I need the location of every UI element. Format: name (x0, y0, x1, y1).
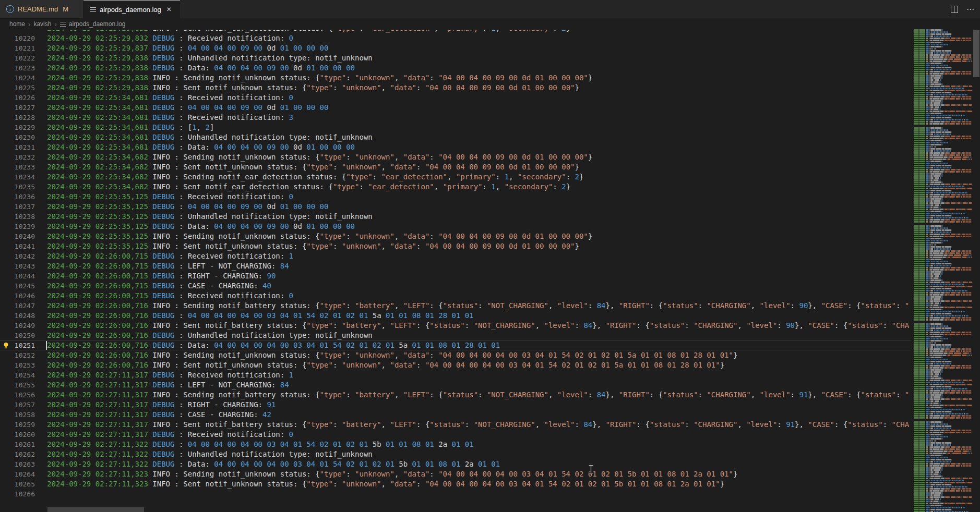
log-line[interactable]: 102442024-09-29 02:26:00,715 DEBUG : RIG… (0, 271, 911, 281)
log-line[interactable]: 102472024-09-29 02:26:00,716 INFO : Send… (0, 301, 911, 311)
log-line[interactable]: 102642024-09-29 02:27:11,323 INFO : Send… (0, 469, 911, 479)
tab-readme[interactable]: i README.md M (0, 0, 83, 18)
log-line-text: 2024-09-29 02:26:00,715 DEBUG : RIGHT - … (35, 271, 276, 281)
log-line[interactable]: 102422024-09-29 02:26:00,715 DEBUG : Rec… (0, 251, 911, 261)
line-number: 10254 (0, 370, 35, 380)
log-line-text: 2024-09-29 02:25:34,682 INFO : Sending n… (35, 152, 592, 162)
editor-pane[interactable]: 2024-09-29 02:25:29,832 INFO : Sent noti… (0, 30, 911, 512)
log-line-text: 2024-09-29 02:27:11,322 DEBUG : 04 00 04… (35, 440, 474, 449)
minimap[interactable] (914, 29, 972, 512)
line-number: 10261 (0, 440, 35, 449)
log-line-text: 2024-09-29 02:25:34,681 DEBUG : Unhandle… (35, 132, 373, 142)
breadcrumb-item-home[interactable]: home (9, 20, 25, 28)
line-number: 10255 (0, 380, 35, 390)
log-line[interactable]: 102502024-09-29 02:26:00,716 DEBUG : Unh… (0, 331, 911, 340)
log-line[interactable]: 102652024-09-29 02:27:11,323 INFO : Sent… (0, 479, 911, 489)
log-line[interactable]: 102482024-09-29 02:26:00,716 DEBUG : 04 … (0, 311, 911, 321)
log-line[interactable]: 102222024-09-29 02:25:29,838 DEBUG : Unh… (0, 53, 911, 63)
log-line[interactable]: 102242024-09-29 02:25:29,838 INFO : Send… (0, 73, 911, 83)
log-line-text: 2024-09-29 02:25:35,125 DEBUG : Unhandle… (35, 212, 373, 222)
tab-airpods-daemon-log[interactable]: airpods_daemon.log ✕ (83, 0, 180, 18)
log-line-text: 2024-09-29 02:25:34,682 INFO : Sending n… (35, 172, 583, 182)
log-line[interactable]: 102572024-09-29 02:27:11,317 DEBUG : RIG… (0, 400, 911, 410)
log-line[interactable]: 102492024-09-29 02:26:00,716 INFO : Sent… (0, 321, 911, 331)
line-number: 10226 (0, 93, 35, 103)
log-line-text: 2024-09-29 02:27:11,317 DEBUG : Received… (35, 430, 293, 440)
log-line-text: 2024-09-29 02:27:11,323 INFO : Sending n… (35, 469, 737, 479)
log-line-text: 2024-09-29 02:25:35,125 INFO : Sent noti… (35, 241, 579, 251)
line-number: 10252 (0, 350, 35, 360)
line-number: 10260 (0, 430, 35, 440)
log-line[interactable]: 102392024-09-29 02:25:35,125 DEBUG : Dat… (0, 222, 911, 231)
line-number: 10245 (0, 281, 35, 291)
log-line[interactable]: 102462024-09-29 02:26:00,715 DEBUG : Rec… (0, 291, 911, 301)
log-line[interactable]: 10266 (0, 489, 911, 499)
log-line-text: 2024-09-29 02:25:34,681 DEBUG : 04 00 04… (35, 103, 328, 113)
line-number: 10240 (0, 231, 35, 241)
log-line[interactable]: 102452024-09-29 02:26:00,715 DEBUG : CAS… (0, 281, 911, 291)
line-number: 10249 (0, 321, 35, 331)
log-line-text: 2024-09-29 02:27:11,317 DEBUG : RIGHT - … (35, 400, 276, 410)
log-line-text: 2024-09-29 02:27:11,317 DEBUG : LEFT - N… (35, 380, 289, 390)
log-line[interactable]: 102282024-09-29 02:25:34,681 DEBUG : Rec… (0, 113, 911, 123)
line-number: 10237 (0, 202, 35, 212)
log-line[interactable]: 102302024-09-29 02:25:34,681 DEBUG : Unh… (0, 132, 911, 142)
line-number: 10247 (0, 301, 35, 311)
log-line[interactable]: 102362024-09-29 02:25:35,125 DEBUG : Rec… (0, 192, 911, 202)
log-line[interactable]: 102332024-09-29 02:25:34,682 INFO : Sent… (0, 162, 911, 172)
log-line[interactable]: 102202024-09-29 02:25:29,832 DEBUG : Rec… (0, 33, 911, 43)
log-line[interactable]: 102342024-09-29 02:25:34,682 INFO : Send… (0, 172, 911, 182)
line-number: 10256 (0, 390, 35, 400)
line-number: 10231 (0, 142, 35, 152)
log-line-text: 2024-09-29 02:25:34,681 DEBUG : Data: 04… (35, 142, 355, 152)
log-line[interactable]: 102372024-09-29 02:25:35,125 DEBUG : 04 … (0, 202, 911, 212)
chevron-right-icon: › (28, 20, 30, 28)
log-line-text: 2024-09-29 02:27:11,322 DEBUG : Unhandle… (35, 449, 373, 459)
log-line[interactable]: 102522024-09-29 02:26:00,716 INFO : Send… (0, 350, 911, 360)
breadcrumb-item-file[interactable]: airpods_daemon.log (69, 20, 126, 28)
log-line[interactable]: 102292024-09-29 02:25:34,681 DEBUG : [1,… (0, 123, 911, 132)
text-caret (46, 341, 47, 350)
vertical-scrollbar[interactable] (973, 30, 980, 512)
vertical-scrollbar-thumb[interactable] (973, 30, 979, 77)
more-actions-icon[interactable]: ⋯ (966, 5, 975, 14)
log-line[interactable]: 102612024-09-29 02:27:11,322 DEBUG : 04 … (0, 440, 911, 449)
log-line[interactable]: 102272024-09-29 02:25:34,681 DEBUG : 04 … (0, 103, 911, 113)
log-line[interactable]: 102582024-09-29 02:27:11,317 DEBUG : CAS… (0, 410, 911, 420)
log-line[interactable]: 102432024-09-29 02:26:00,715 DEBUG : LEF… (0, 261, 911, 271)
tab-readme-label: README.md (18, 5, 58, 13)
log-line[interactable]: 102552024-09-29 02:27:11,317 DEBUG : LEF… (0, 380, 911, 390)
log-line[interactable]: 102632024-09-29 02:27:11,322 DEBUG : Dat… (0, 459, 911, 469)
log-line[interactable]: 102412024-09-29 02:25:35,125 INFO : Sent… (0, 241, 911, 251)
lightbulb-icon[interactable] (2, 342, 10, 349)
log-line[interactable]: 102402024-09-29 02:25:35,125 INFO : Send… (0, 231, 911, 241)
split-editor-icon[interactable] (951, 6, 958, 13)
log-line-text: 2024-09-29 02:27:11,323 INFO : Sent noti… (35, 479, 724, 489)
horizontal-scrollbar-thumb[interactable] (47, 507, 144, 512)
log-line[interactable]: 102252024-09-29 02:25:29,838 INFO : Sent… (0, 83, 911, 93)
log-line[interactable]: 102212024-09-29 02:25:29,837 DEBUG : 04 … (0, 43, 911, 53)
log-line[interactable]: 102322024-09-29 02:25:34,682 INFO : Send… (0, 152, 911, 162)
log-line-text: 2024-09-29 02:25:34,682 INFO : Sent noti… (35, 162, 579, 172)
log-line[interactable]: 102622024-09-29 02:27:11,322 DEBUG : Unh… (0, 449, 911, 459)
log-line[interactable]: 102512024-09-29 02:26:00,716 DEBUG : Dat… (0, 340, 911, 350)
breadcrumb-item-kavish[interactable]: kavish (33, 20, 51, 28)
log-line[interactable]: 102592024-09-29 02:27:11,317 INFO : Sent… (0, 420, 911, 430)
log-line[interactable]: 102562024-09-29 02:27:11,317 INFO : Send… (0, 390, 911, 400)
log-line-text: 2024-09-29 02:25:29,832 DEBUG : Received… (35, 33, 293, 43)
close-tab-icon[interactable]: ✕ (166, 6, 172, 13)
log-line[interactable]: 102542024-09-29 02:27:11,317 DEBUG : Rec… (0, 370, 911, 380)
line-number: 10227 (0, 103, 35, 113)
line-number: 10248 (0, 311, 35, 321)
line-number: 10239 (0, 222, 35, 231)
log-line[interactable]: 102262024-09-29 02:25:34,681 DEBUG : Rec… (0, 93, 911, 103)
log-line[interactable]: 102602024-09-29 02:27:11,317 DEBUG : Rec… (0, 430, 911, 440)
log-line-text: 2024-09-29 02:25:34,681 DEBUG : [1, 2] (35, 123, 214, 132)
log-line[interactable]: 102352024-09-29 02:25:34,682 INFO : Sent… (0, 182, 911, 192)
line-number: 10223 (0, 63, 35, 73)
log-line[interactable]: 102312024-09-29 02:25:34,681 DEBUG : Dat… (0, 142, 911, 152)
log-line[interactable]: 102532024-09-29 02:26:00,716 INFO : Sent… (0, 360, 911, 370)
log-line[interactable]: 102382024-09-29 02:25:35,125 DEBUG : Unh… (0, 212, 911, 222)
log-line-text: 2024-09-29 02:25:29,837 DEBUG : 04 00 04… (35, 43, 328, 53)
log-line[interactable]: 102232024-09-29 02:25:29,838 DEBUG : Dat… (0, 63, 911, 73)
